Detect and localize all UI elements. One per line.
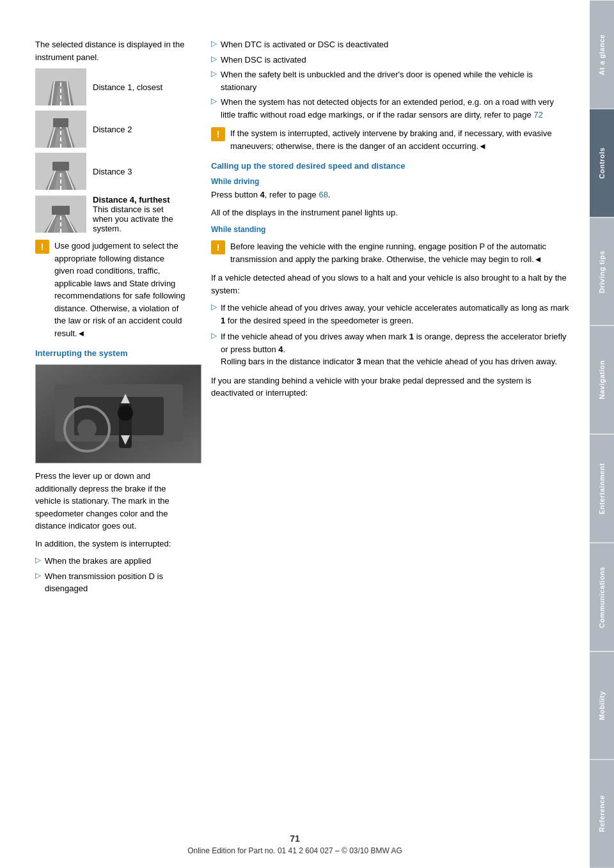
distance-1: Distance 1, closest xyxy=(35,68,185,105)
left-bullet-2: ▷ When transmission position D is diseng… xyxy=(35,570,185,595)
image-credit: USS0015 xyxy=(193,438,198,460)
bullet-arrow-icon-2: ▷ xyxy=(35,571,41,580)
while-standing-heading: While standing xyxy=(211,225,571,234)
sidebar-tab-entertainment[interactable]: Entertainment xyxy=(590,434,614,543)
page-number: 71 xyxy=(0,833,590,844)
press-lever-text: Press the lever up or down and additiona… xyxy=(35,470,185,532)
distance-1-label: Distance 1, closest xyxy=(93,82,162,92)
left-bullet-1: ▷ When the brakes are applied xyxy=(35,555,185,568)
warning-text-1: Use good judgement to select the appropr… xyxy=(54,240,185,339)
page-footer: 71 Online Edition for Part no. 01 41 2 6… xyxy=(0,833,590,855)
sidebar-tab-driving-tips[interactable]: Driving tips xyxy=(590,217,614,326)
distance-2: Distance 2 xyxy=(35,111,185,148)
right-bullet-1-text: When DTC is activated or DSC is deactiva… xyxy=(221,38,571,51)
standing-behind-text: If you are standing behind a vehicle wit… xyxy=(211,375,571,399)
standing-bullet-2-text: If the vehicle ahead of you drives away … xyxy=(221,330,571,368)
while-driving-heading: While driving xyxy=(211,177,571,186)
right-arrow-icon-4: ▷ xyxy=(211,97,217,105)
standing-arrow-icon-2: ▷ xyxy=(211,331,217,340)
svg-rect-26 xyxy=(52,206,70,215)
intro-text: The selected distance is displayed in th… xyxy=(35,38,185,63)
distance-4: Distance 4, furthest This distance is se… xyxy=(35,195,185,233)
distance-3-label: Distance 3 xyxy=(93,167,132,176)
distance-2-label: Distance 2 xyxy=(93,125,132,134)
right-arrow-icon-2: ▷ xyxy=(211,54,217,63)
svg-rect-12 xyxy=(53,118,68,127)
svg-point-32 xyxy=(77,419,97,438)
distance-3: Distance 3 xyxy=(35,153,185,190)
right-bullet-2-text: When DSC is activated xyxy=(221,54,571,66)
standing-bullet-1: ▷ If the vehicle ahead of you drives awa… xyxy=(211,302,571,327)
warning-icon-3: ! xyxy=(211,240,225,254)
right-bullet-3-text: When the safety belt is unbuckled and th… xyxy=(221,68,571,93)
standing-bullet-2: ▷ If the vehicle ahead of you drives awa… xyxy=(211,330,571,368)
right-bullet-2: ▷ When DSC is activated xyxy=(211,54,571,66)
in-addition-text: In addition, the system is interrupted: xyxy=(35,538,185,550)
bullet-arrow-icon: ▷ xyxy=(35,555,41,564)
warning-icon-1: ! xyxy=(35,240,49,254)
warning-text-3: Before leaving the vehicle with the engi… xyxy=(230,240,571,265)
standing-bullet-1-text: If the vehicle ahead of you drives away,… xyxy=(221,302,571,327)
system-image: USS0015 xyxy=(35,364,201,463)
distance-4-extra: This distance is set when you activate t… xyxy=(93,205,185,233)
left-bullet-1-text: When the brakes are applied xyxy=(45,555,185,568)
interrupting-heading: Interrupting the system xyxy=(35,348,185,358)
right-arrow-icon-1: ▷ xyxy=(211,39,217,48)
warning-box-3: ! Before leaving the vehicle with the en… xyxy=(211,240,571,265)
warning-icon-2: ! xyxy=(211,127,225,141)
warning-text-2: If the system is interrupted, actively i… xyxy=(230,127,571,152)
right-bullet-4: ▷ When the system has not detected objec… xyxy=(211,96,571,121)
distance-4-label: Distance 4, furthest xyxy=(93,195,185,205)
sidebar-tab-navigation[interactable]: Navigation xyxy=(590,325,614,434)
while-driving-text1: Press button 4, refer to page 68. xyxy=(211,189,571,201)
right-bullet-1: ▷ When DTC is activated or DSC is deacti… xyxy=(211,38,571,51)
warning-box-1: ! Use good judgement to select the appro… xyxy=(35,240,185,339)
footer-text: Online Edition for Part no. 01 41 2 604 … xyxy=(0,846,590,855)
right-bullet-3: ▷ When the safety belt is unbuckled and … xyxy=(211,68,571,93)
vehicle-detected-text: If a vehicle detected ahead of you slows… xyxy=(211,272,571,297)
sidebar-tab-controls[interactable]: Controls xyxy=(590,109,614,217)
sidebar-tab-mobility[interactable]: Mobility xyxy=(590,651,614,760)
sidebar-tab-reference[interactable]: Reference xyxy=(590,759,614,868)
sidebar: At a glance Controls Driving tips Naviga… xyxy=(590,0,614,868)
while-driving-text2: All of the displays in the instrument pa… xyxy=(211,206,571,219)
warning-box-2: ! If the system is interrupted, actively… xyxy=(211,127,571,152)
svg-point-34 xyxy=(118,405,133,421)
sidebar-tab-communications[interactable]: Communications xyxy=(590,543,614,651)
right-bullet-4-text: When the system has not detected objects… xyxy=(221,96,571,121)
svg-rect-19 xyxy=(52,162,69,171)
standing-arrow-icon-1: ▷ xyxy=(211,302,217,311)
sidebar-tab-at-a-glance[interactable]: At a glance xyxy=(590,0,614,109)
calling-heading: Calling up the stored desired speed and … xyxy=(211,161,571,171)
left-bullet-2-text: When transmission position D is disengag… xyxy=(45,570,185,595)
right-arrow-icon-3: ▷ xyxy=(211,69,217,78)
